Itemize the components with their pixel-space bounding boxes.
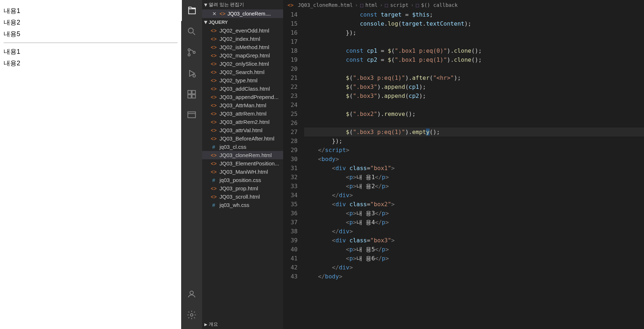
debug-icon[interactable] bbox=[181, 63, 202, 84]
chevron-down-icon: ▶ bbox=[204, 21, 208, 24]
file-item[interactable]: <>JQ02_evenOdd.html bbox=[202, 26, 283, 35]
breadcrumb-part[interactable]: script bbox=[390, 2, 409, 8]
code-line[interactable]: const cp1 = $(".box1 p:eq(0)").clone(); bbox=[304, 46, 644, 55]
code-line[interactable] bbox=[304, 37, 644, 46]
code-line[interactable]: <body> bbox=[304, 155, 644, 164]
code-line[interactable]: const target = $this; bbox=[304, 10, 644, 19]
account-icon[interactable] bbox=[181, 283, 202, 304]
file-name: JQ02_isMethod.html bbox=[219, 44, 269, 50]
svg-rect-8 bbox=[192, 95, 195, 98]
code-line[interactable]: $(".box2").remove(); bbox=[304, 109, 644, 118]
explorer-sidebar: ▶ 열려 있는 편집기 ✕ <> JQ03_cloneRem.... ▶ JQU… bbox=[202, 0, 283, 329]
file-item[interactable]: <>JQ02_mapGrep.html bbox=[202, 51, 283, 60]
line-number: 33 bbox=[283, 182, 298, 191]
folder-header[interactable]: ▶ JQUERY bbox=[202, 18, 283, 26]
code-line[interactable] bbox=[304, 118, 644, 127]
code-line[interactable]: <div class="box2"> bbox=[304, 200, 644, 209]
code-line[interactable]: $(".box3 p:eq(1)").after("<hr>"); bbox=[304, 73, 644, 82]
explorer-icon[interactable] bbox=[181, 0, 202, 21]
activity-bar bbox=[181, 0, 202, 329]
file-name: JQ03_attrVal.html bbox=[219, 127, 263, 133]
file-item[interactable]: <>JQ03_attrRem.html bbox=[202, 109, 283, 118]
open-editors-header[interactable]: ▶ 열려 있는 편집기 bbox=[202, 0, 283, 9]
line-number: 35 bbox=[283, 200, 298, 209]
code-line[interactable] bbox=[304, 100, 644, 109]
open-editor-tab[interactable]: ✕ <> JQ03_cloneRem.... bbox=[202, 9, 283, 18]
code-line[interactable]: $(".box3").append(cp2); bbox=[304, 91, 644, 100]
line-number: 22 bbox=[283, 82, 298, 91]
code-line[interactable]: $(".box3 p:eq(1)").empty(); bbox=[304, 127, 644, 137]
file-name: JQ02_evenOdd.html bbox=[219, 27, 269, 34]
breadcrumb-file[interactable]: JQ03_cloneRem.html bbox=[298, 2, 353, 8]
file-item[interactable]: <>JQ03_addClass.html bbox=[202, 85, 283, 93]
html-icon: <> bbox=[219, 11, 225, 17]
file-item[interactable]: #jq03_wh.css bbox=[202, 201, 283, 209]
code-line[interactable]: <p>내 용4</p> bbox=[304, 218, 644, 227]
code-line[interactable]: const cp2 = $(".box1 p:eq(1)").clone(); bbox=[304, 55, 644, 64]
html-icon: <> bbox=[210, 111, 217, 117]
html-icon: <> bbox=[210, 127, 217, 133]
chevron-right-icon: ▶ bbox=[204, 322, 207, 327]
browser-preview-icon[interactable] bbox=[181, 105, 202, 126]
file-item[interactable]: <>JQ02_isMethod.html bbox=[202, 43, 283, 51]
file-item[interactable]: <>JQ02_index.html bbox=[202, 35, 283, 43]
breadcrumb-part[interactable]: html bbox=[365, 2, 378, 8]
file-name: JQ02_Search.html bbox=[219, 69, 264, 75]
breadcrumb[interactable]: <> JQ03_cloneRem.html › ⬚ html › ⬚ scrip… bbox=[283, 0, 644, 10]
code-line[interactable]: }); bbox=[304, 137, 644, 146]
extensions-icon[interactable] bbox=[181, 84, 202, 105]
html-icon: <> bbox=[210, 94, 217, 100]
code-line[interactable]: <p>내 용5</p> bbox=[304, 245, 644, 254]
html-icon: <> bbox=[210, 69, 217, 75]
html-icon: <> bbox=[210, 36, 217, 42]
file-item[interactable]: <>JQ03_appendPrepend... bbox=[202, 93, 283, 101]
file-item[interactable]: <>JQ02_type.html bbox=[202, 76, 283, 85]
code-line[interactable]: <p>내 용1</p> bbox=[304, 173, 644, 182]
code-line[interactable]: <p>내 용3</p> bbox=[304, 209, 644, 218]
breadcrumb-part[interactable]: $() callback bbox=[421, 2, 458, 8]
code-editor[interactable]: 1415161718192021222324252627282930313233… bbox=[283, 10, 644, 329]
source-control-icon[interactable] bbox=[181, 42, 202, 63]
file-item[interactable]: <>JQ03_prop.html bbox=[202, 184, 283, 192]
code-line[interactable]: </body> bbox=[304, 272, 644, 281]
code-line[interactable]: <p>내 용6</p> bbox=[304, 254, 644, 263]
file-item[interactable]: <>JQ02_onlySlice.html bbox=[202, 60, 283, 68]
line-number: 18 bbox=[283, 46, 298, 55]
settings-icon[interactable] bbox=[181, 304, 202, 325]
code-line[interactable]: <div class="box1"> bbox=[304, 164, 644, 173]
line-number: 15 bbox=[283, 19, 298, 28]
code-line[interactable]: <div class="box3"> bbox=[304, 236, 644, 245]
file-item[interactable]: <>JQ03_ElementPosition... bbox=[202, 159, 283, 168]
svg-point-3 bbox=[193, 51, 195, 53]
code-line[interactable]: </div> bbox=[304, 191, 644, 200]
file-item[interactable]: <>JQ03_BeforeAfter.html bbox=[202, 134, 283, 143]
file-item[interactable]: #jq03_cl.css bbox=[202, 143, 283, 151]
outline-header[interactable]: ▶ 개요 bbox=[202, 320, 283, 329]
code-line[interactable]: }); bbox=[304, 28, 644, 37]
file-item[interactable]: #jq03_position.css bbox=[202, 176, 283, 184]
file-item[interactable]: <>JQ03_ManiWH.html bbox=[202, 168, 283, 176]
cube-icon: ⬚ bbox=[416, 2, 419, 8]
code-line[interactable]: $(".box3").append(cp1); bbox=[304, 82, 644, 91]
file-item[interactable]: <>JQ03_attrRem2.html bbox=[202, 118, 283, 126]
html-icon: <> bbox=[287, 2, 294, 8]
code-line[interactable]: </script> bbox=[304, 146, 644, 155]
svg-point-0 bbox=[188, 28, 193, 33]
file-name: jq03_position.css bbox=[219, 177, 261, 183]
svg-point-11 bbox=[191, 314, 193, 316]
file-name: JQ03_addClass.html bbox=[219, 86, 270, 92]
code-line[interactable]: console.log(target.textContent); bbox=[304, 19, 644, 28]
file-item[interactable]: <>JQ02_Search.html bbox=[202, 68, 283, 76]
search-icon[interactable] bbox=[181, 21, 202, 42]
file-name: JQ02_type.html bbox=[219, 77, 257, 83]
code-line[interactable]: </div> bbox=[304, 263, 644, 272]
file-item[interactable]: <>JQ03_attrVal.html bbox=[202, 126, 283, 134]
code-content[interactable]: const target = $this; console.log(target… bbox=[304, 10, 644, 329]
code-line[interactable] bbox=[304, 64, 644, 73]
code-line[interactable]: <p>내 용2</p> bbox=[304, 182, 644, 191]
file-item[interactable]: <>JQ03_AttrMan.html bbox=[202, 101, 283, 109]
close-icon[interactable]: ✕ bbox=[212, 11, 217, 17]
file-item[interactable]: <>JQ03_cloneRem.html bbox=[202, 151, 283, 159]
file-item[interactable]: <>JQ03_scroll.html bbox=[202, 192, 283, 201]
code-line[interactable]: </div> bbox=[304, 227, 644, 236]
